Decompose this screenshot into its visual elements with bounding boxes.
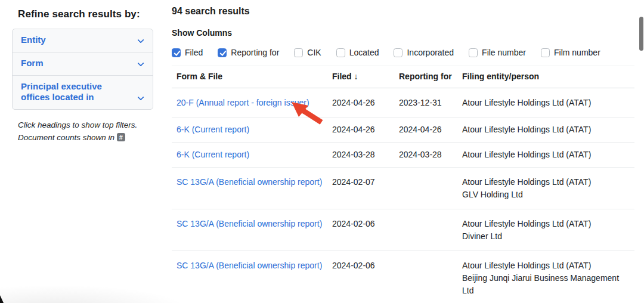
count-badge: # [117,133,125,141]
filing-form-link[interactable]: 20-F (Annual report - foreign issuer) [177,98,309,107]
filing-form-link[interactable]: 6-K (Current report) [177,125,249,134]
scrollbar-track[interactable] [639,0,643,303]
mouse-cursor [0,295,4,303]
column-toggle-label: Film number [554,48,600,57]
checkbox-checked-icon[interactable] [218,48,227,57]
chevron-down-icon [137,36,144,43]
column-toggle-label: Reporting for [231,48,279,57]
filter-section-label: Form [21,58,44,69]
reporting-for-cell: 2024-03-28 [399,143,462,168]
table-row: SC 13G/A (Beneficial ownership report)20… [172,209,634,251]
chevron-down-icon [137,60,144,66]
filing-entity-cell: Atour Lifestyle Holdings Ltd (ATAT) [462,143,634,168]
filing-entity-cell: Atour Lifestyle Holdings Ltd (ATAT) [462,118,634,143]
results-table-body: 20-F (Annual report - foreign issuer)202… [172,88,634,303]
column-toggle-film-number[interactable]: Film number [541,48,600,57]
filed-date-cell: 2024-02-07 [332,168,399,209]
reporting-for-cell [399,168,462,209]
column-toggle-label: Incorporated [407,48,454,57]
filter-section-label: Principal executive offices located in [21,81,131,104]
col-header-filing-entity: Filing entity/person [462,66,634,88]
checkbox-unchecked-icon[interactable] [469,48,478,57]
column-toggle-label: File number [482,48,526,57]
filter-section-label: Entity [21,35,46,46]
filing-entity-cell: Atour Lifestyle Holdings Ltd (ATAT) [462,88,634,118]
entity-name: GLV Holding Ltd [462,188,630,201]
column-toggle-label: CIK [307,48,321,57]
filing-entity-cell: Atour Lifestyle Holdings Ltd (ATAT)Beiji… [462,251,634,303]
filed-date-cell: 2024-04-26 [332,88,399,118]
filed-date-cell: 2024-04-26 [332,118,399,143]
reporting-for-cell: 2023-12-31 [399,88,462,118]
show-columns-label: Show Columns [172,28,634,38]
checkbox-unchecked-icon[interactable] [394,48,402,57]
filter-section-principal-executive-offices-located-in[interactable]: Principal executive offices located in [13,76,153,110]
entity-name: Atour Lifestyle Holdings Ltd (ATAT) [462,97,630,109]
sort-desc-icon: ↓ [354,72,358,81]
filter-section-entity[interactable]: Entity [13,29,153,52]
column-toggle-filed[interactable]: Filed [172,48,203,57]
filed-date-cell: 2024-02-06 [332,209,399,251]
entity-name: Diviner Ltd [462,230,630,243]
column-toggle-label: Located [349,48,379,57]
table-row: 20-F (Annual report - foreign issuer)202… [172,88,634,118]
column-toggle-label: Filed [185,48,203,57]
entity-name: Beijing Junqi Jiarui Business Management… [462,272,630,297]
results-count: 94 search results [172,6,634,17]
column-toggle-reporting-for[interactable]: Reporting for [218,48,279,57]
col-header-form-file: Form & File [172,66,332,88]
refine-title: Refine search results by: [18,8,153,20]
reporting-for-cell [399,251,462,303]
filing-entity-cell: Atour Lifestyle Holdings Ltd (ATAT)Divin… [462,209,634,251]
note-line-2: Document counts shown in [18,133,114,142]
checkbox-unchecked-icon[interactable] [294,48,303,57]
checkbox-unchecked-icon[interactable] [541,48,550,57]
chevron-down-icon [137,94,144,100]
column-toggle-incorporated[interactable]: Incorporated [394,48,454,57]
col-header-reporting-for: Reporting for [399,66,462,88]
filing-form-link[interactable]: SC 13G/A (Beneficial ownership report) [177,219,322,228]
scrollbar-thumb[interactable] [639,17,643,51]
results-panel: 94 search results Show Columns FiledRepo… [172,6,634,303]
checkbox-unchecked-icon[interactable] [336,48,345,57]
filing-entity-cell: Atour Lifestyle Holdings Ltd (ATAT)GLV H… [462,168,634,209]
filter-accordion: EntityFormPrincipal executive offices lo… [12,29,153,110]
filed-date-cell: 2024-03-28 [332,143,399,168]
filing-form-link[interactable]: 6-K (Current report) [177,150,249,159]
column-toggle-file-number[interactable]: File number [469,48,526,57]
reporting-for-cell [399,209,462,251]
table-row: SC 13G/A (Beneficial ownership report)20… [172,251,634,303]
filing-form-link[interactable]: SC 13G/A (Beneficial ownership report) [177,177,322,187]
edgar-search-results-page: Refine search results by: EntityFormPrin… [0,0,644,303]
note-line-1: Click headings to show top filters. [18,120,137,129]
filed-date-cell: 2024-02-06 [332,251,399,303]
filter-section-form[interactable]: Form [13,52,153,76]
table-row: 6-K (Current report)2024-03-282024-03-28… [172,143,634,168]
col-header-filed[interactable]: Filed ↓ [332,66,399,88]
table-header-row: Form & File Filed ↓ Reporting for Filing… [172,66,634,88]
entity-name: Atour Lifestyle Holdings Ltd (ATAT) [462,123,630,136]
refine-sidebar: Refine search results by: EntityFormPrin… [12,8,153,144]
column-toggle-located[interactable]: Located [336,48,379,57]
entity-name: Atour Lifestyle Holdings Ltd (ATAT) [462,176,630,188]
reporting-for-cell: 2024-04-26 [399,118,462,143]
entity-name: Atour Lifestyle Holdings Ltd (ATAT) [462,259,630,272]
checkbox-checked-icon[interactable] [172,48,181,57]
entity-name: Atour Lifestyle Holdings Ltd (ATAT) [462,149,630,161]
column-toggle-cik[interactable]: CIK [294,48,321,57]
column-toggles: FiledReporting forCIKLocatedIncorporated… [172,48,634,57]
results-table: Form & File Filed ↓ Reporting for Filing… [172,66,634,303]
table-row: 6-K (Current report)2024-04-262024-04-26… [172,118,634,143]
filing-form-link[interactable]: SC 13G/A (Beneficial ownership report) [177,261,322,270]
filter-help-note: Click headings to show top filters. Docu… [18,119,153,144]
entity-name: Atour Lifestyle Holdings Ltd (ATAT) [462,218,630,230]
table-row: SC 13G/A (Beneficial ownership report)20… [172,168,634,209]
